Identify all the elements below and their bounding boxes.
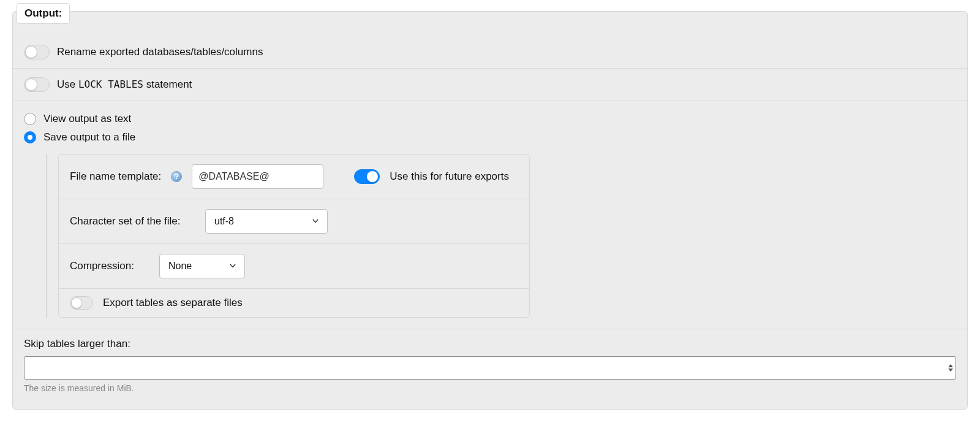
separate-files-label: Export tables as separate files <box>103 297 243 309</box>
filename-template-label: File name template: <box>70 170 161 183</box>
view-as-text-radio[interactable] <box>24 113 36 125</box>
view-as-text-label: View output as text <box>43 113 131 125</box>
skip-tables-section: Skip tables larger than: The size is mea… <box>13 329 967 397</box>
charset-select[interactable]: utf-8 <box>205 209 328 234</box>
toggle-knob-icon <box>25 46 37 58</box>
skip-tables-field <box>24 356 956 380</box>
save-file-panel: File name template: ? Use this for futur… <box>58 154 530 318</box>
lock-tables-code: LOCK TABLES <box>78 78 143 90</box>
section-legend: Output: <box>17 3 70 24</box>
toggle-knob-icon <box>25 78 37 91</box>
compression-label: Compression: <box>70 260 149 272</box>
charset-row: Character set of the file: utf-8 <box>59 199 529 244</box>
filename-template-input[interactable] <box>192 164 323 189</box>
save-file-subsection: File name template: ? Use this for futur… <box>13 154 967 329</box>
output-panel: Output: Rename exported databases/tables… <box>12 11 968 410</box>
lock-tables-label-pre: Use <box>57 78 78 90</box>
separate-files-row: Export tables as separate files <box>59 289 529 317</box>
rename-toggle[interactable] <box>24 45 50 59</box>
lock-tables-label-post: statement <box>143 78 192 90</box>
skip-tables-label: Skip tables larger than: <box>24 338 956 350</box>
rename-label: Rename exported databases/tables/columns <box>57 46 263 58</box>
future-exports-label: Use this for future exports <box>390 170 509 183</box>
toggle-knob-icon <box>366 170 379 183</box>
stepper-down-icon[interactable] <box>948 368 954 373</box>
lock-tables-label: Use LOCK TABLES statement <box>57 78 192 91</box>
skip-tables-help: The size is measured in MiB. <box>24 383 956 393</box>
save-to-file-option[interactable]: Save output to a file <box>24 128 956 147</box>
chevron-down-icon <box>311 216 320 225</box>
chevron-down-icon <box>228 261 237 270</box>
help-icon[interactable]: ? <box>171 171 182 182</box>
rename-row: Rename exported databases/tables/columns <box>13 36 967 69</box>
view-as-text-option[interactable]: View output as text <box>24 110 956 128</box>
output-mode-group: View output as text Save output to a fil… <box>13 101 967 154</box>
separate-files-toggle[interactable] <box>70 296 93 310</box>
charset-value: utf-8 <box>214 216 234 227</box>
section-title: Output: <box>24 7 62 19</box>
compression-select[interactable]: None <box>159 254 245 278</box>
compression-value: None <box>168 261 192 272</box>
save-to-file-label: Save output to a file <box>43 131 135 143</box>
filename-template-row: File name template: ? Use this for futur… <box>59 155 529 199</box>
tree-guide-line <box>46 154 47 318</box>
compression-row: Compression: None <box>59 244 529 289</box>
lock-tables-row: Use LOCK TABLES statement <box>13 69 967 101</box>
charset-label: Character set of the file: <box>70 215 195 227</box>
skip-tables-stepper[interactable] <box>948 363 954 373</box>
stepper-up-icon[interactable] <box>948 363 954 368</box>
skip-tables-input[interactable] <box>24 356 956 380</box>
future-exports-toggle[interactable] <box>354 169 380 184</box>
toggle-knob-icon <box>71 297 82 308</box>
lock-tables-toggle[interactable] <box>24 77 50 92</box>
save-to-file-radio[interactable] <box>24 131 36 143</box>
